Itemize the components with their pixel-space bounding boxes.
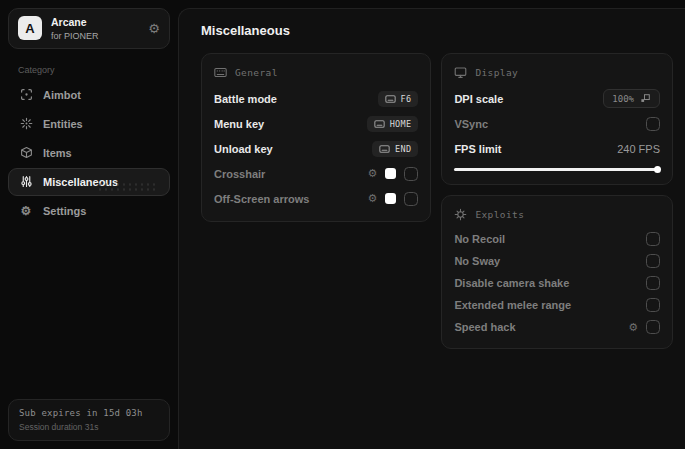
fps-limit-label: FPS limit — [454, 143, 501, 155]
app-logo: A — [18, 16, 42, 40]
display-panel-header: Display — [454, 66, 660, 79]
sidebar-nav: Aimbot Entities Items — [8, 81, 170, 225]
gear-icon[interactable]: ⚙ — [628, 322, 638, 333]
dpi-scale-value: 100% — [612, 94, 634, 104]
vsync-checkbox[interactable] — [646, 117, 660, 131]
keybind-value: END — [395, 144, 411, 154]
no-sway-row: No Sway — [454, 250, 660, 272]
subscription-card: Sub expires in 15d 03h Session duration … — [8, 399, 170, 441]
gear-icon[interactable]: ⚙ — [368, 193, 378, 204]
sidebar-item-settings[interactable]: ⚙ Settings — [8, 197, 170, 225]
crosshair-label: Crosshair — [214, 168, 265, 180]
sidebar-item-label: Settings — [43, 205, 86, 217]
right-column: Display DPI scale 100% — [441, 53, 673, 349]
sidebar-item-entities[interactable]: Entities — [8, 110, 170, 138]
offscreen-arrows-label: Off-Screen arrows — [214, 193, 309, 205]
exploits-panel-header: Exploits — [454, 208, 660, 221]
battle-mode-label: Battle mode — [214, 93, 277, 105]
disable-camera-shake-checkbox[interactable] — [646, 276, 660, 290]
dpi-scale-row: DPI scale 100% — [454, 86, 660, 111]
sliders-icon — [19, 175, 33, 189]
scale-icon — [640, 93, 651, 104]
cube-icon — [19, 146, 33, 160]
exploits-panel: Exploits No Recoil No Sway Disable camer… — [441, 195, 673, 349]
display-panel-title: Display — [475, 67, 518, 78]
no-sway-label: No Sway — [454, 255, 500, 267]
general-panel-title: General — [235, 67, 278, 78]
panels-grid: General Battle mode F6 Menu key — [201, 53, 673, 349]
gear-icon[interactable]: ⚙ — [368, 168, 378, 179]
dpi-scale-value-button[interactable]: 100% — [603, 89, 660, 108]
sidebar-item-label: Entities — [43, 118, 83, 130]
extended-melee-range-label: Extended melee range — [454, 299, 571, 311]
sidebar-item-aimbot[interactable]: Aimbot — [8, 81, 170, 109]
bug-icon — [454, 208, 467, 221]
brand-text: Arcane for PIONER — [51, 16, 99, 41]
general-panel: General Battle mode F6 Menu key — [201, 53, 431, 222]
fps-limit-row: FPS limit 240 FPS — [454, 136, 660, 161]
no-sway-checkbox[interactable] — [646, 254, 660, 268]
display-panel: Display DPI scale 100% — [441, 53, 673, 185]
page-title: Miscellaneous — [201, 23, 673, 38]
offscreen-arrows-color-swatch[interactable] — [385, 193, 396, 204]
disable-camera-shake-label: Disable camera shake — [454, 277, 569, 289]
fps-limit-slider[interactable] — [454, 166, 660, 174]
sidebar: A Arcane for PIONER ⚙ Category Aimbot — [0, 0, 178, 449]
unload-key-row: Unload key END — [214, 136, 418, 161]
sub-expiry-text: Sub expires in 15d 03h — [19, 408, 159, 418]
disable-camera-shake-row: Disable camera shake — [454, 272, 660, 294]
menu-key-label: Menu key — [214, 118, 264, 130]
unload-key-label: Unload key — [214, 143, 273, 155]
gear-icon[interactable]: ⚙ — [148, 22, 160, 35]
no-recoil-checkbox[interactable] — [646, 232, 660, 246]
sidebar-item-label: Items — [43, 147, 72, 159]
extended-melee-range-row: Extended melee range — [454, 294, 660, 316]
app-subtitle: for PIONER — [51, 31, 99, 41]
speed-hack-checkbox[interactable] — [646, 320, 660, 334]
category-label: Category — [18, 65, 170, 75]
keyboard-icon — [379, 145, 390, 153]
monitor-icon — [454, 66, 467, 79]
no-recoil-label: No Recoil — [454, 233, 505, 245]
scan-icon — [19, 88, 33, 102]
battle-mode-row: Battle mode F6 — [214, 86, 418, 111]
dpi-scale-label: DPI scale — [454, 93, 503, 105]
extended-melee-range-checkbox[interactable] — [646, 298, 660, 312]
general-panel-header: General — [214, 66, 418, 79]
slider-fill — [454, 168, 660, 171]
main-panel: Miscellaneous General Battle mode — [178, 8, 685, 449]
no-recoil-row: No Recoil — [454, 228, 660, 250]
sidebar-item-label: Aimbot — [43, 89, 81, 101]
offscreen-arrows-row: Off-Screen arrows ⚙ — [214, 186, 418, 211]
crosshair-color-swatch[interactable] — [385, 168, 396, 179]
sidebar-item-label: Miscellaneous — [43, 176, 118, 188]
keyboard-icon — [385, 95, 396, 103]
keyboard-icon — [374, 120, 385, 128]
speed-hack-row: Speed hack ⚙ — [454, 316, 660, 338]
sidebar-item-miscellaneous[interactable]: Miscellaneous — [8, 168, 170, 196]
burst-icon — [19, 117, 33, 131]
offscreen-arrows-checkbox[interactable] — [404, 192, 418, 206]
session-duration-text: Session duration 31s — [19, 422, 159, 432]
slider-knob[interactable] — [654, 166, 661, 173]
app-name: Arcane — [51, 16, 99, 29]
brand-card: A Arcane for PIONER ⚙ — [8, 8, 170, 49]
menu-key-row: Menu key HOME — [214, 111, 418, 136]
fps-limit-value: 240 FPS — [617, 143, 660, 155]
logo-letter: A — [25, 21, 34, 36]
speed-hack-label: Speed hack — [454, 321, 515, 333]
exploits-panel-title: Exploits — [475, 209, 524, 220]
vsync-row: VSync — [454, 111, 660, 136]
menu-key-keybind[interactable]: HOME — [367, 116, 419, 132]
keybind-value: F6 — [401, 94, 412, 104]
gear-icon: ⚙ — [19, 204, 33, 218]
keyboard-icon — [214, 66, 227, 79]
sidebar-item-items[interactable]: Items — [8, 139, 170, 167]
unload-key-keybind[interactable]: END — [372, 141, 418, 157]
battle-mode-keybind[interactable]: F6 — [378, 91, 419, 107]
crosshair-checkbox[interactable] — [404, 167, 418, 181]
crosshair-row: Crosshair ⚙ — [214, 161, 418, 186]
keybind-value: HOME — [390, 119, 412, 129]
vsync-label: VSync — [454, 118, 488, 130]
app-window: A Arcane for PIONER ⚙ Category Aimbot — [0, 0, 685, 449]
